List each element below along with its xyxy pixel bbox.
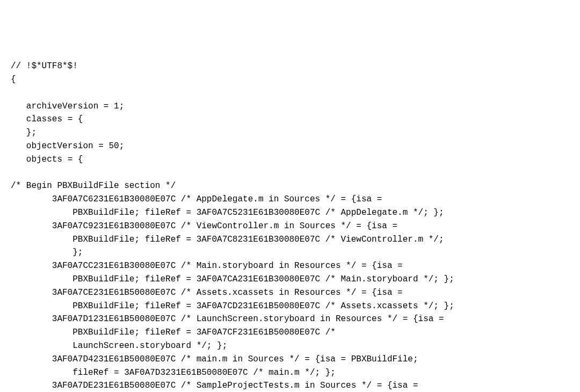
- code-line: 3AF0A7CE231E61B50080E07C /* Assets.xcass…: [11, 288, 403, 297]
- code-line: PBXBuildFile; fileRef = 3AF0A7C5231E61B3…: [11, 208, 444, 217]
- code-line: 3AF0A7C9231E61B30080E07C /* ViewControll…: [11, 221, 397, 231]
- code-line: classes = {: [11, 114, 83, 124]
- code-line: PBXBuildFile; fileRef = 3AF0A7CA231E61B3…: [11, 274, 454, 284]
- code-line: // !$*UTF8*$!: [11, 61, 78, 71]
- code-line: 3AF0A7D1231E61B50080E07C /* LaunchScreen…: [11, 314, 444, 324]
- code-line: };: [11, 248, 83, 257]
- code-line: /* Begin PBXBuildFile section */: [11, 181, 176, 191]
- code-line: PBXBuildFile; fileRef = 3AF0A7CF231E61B5…: [11, 328, 336, 337]
- code-line: 3AF0A7CC231E61B30080E07C /* Main.storybo…: [11, 261, 403, 271]
- code-line: 3AF0A7DE231E61B50080E07C /* SampleProjec…: [11, 381, 418, 390]
- code-line: PBXBuildFile; fileRef = 3AF0A7CD231E61B5…: [11, 301, 454, 311]
- code-line: {: [11, 75, 16, 84]
- code-line: PBXBuildFile; fileRef = 3AF0A7C8231E61B3…: [11, 235, 444, 244]
- code-line: 3AF0A7C6231E61B30080E07C /* AppDelegate.…: [11, 194, 382, 204]
- code-line: };: [11, 128, 37, 137]
- code-line: fileRef = 3AF0A7D3231E61B50080E07C /* ma…: [11, 368, 336, 378]
- code-line: objectVersion = 50;: [11, 141, 124, 151]
- code-line: archiveVersion = 1;: [11, 101, 124, 111]
- code-line: 3AF0A7D4231E61B50080E07C /* main.m in So…: [11, 354, 418, 364]
- code-content: // !$*UTF8*$! { archiveVersion = 1; clas…: [11, 60, 569, 392]
- code-line: objects = {: [11, 155, 83, 164]
- code-line: LaunchScreen.storyboard */; };: [11, 341, 227, 351]
